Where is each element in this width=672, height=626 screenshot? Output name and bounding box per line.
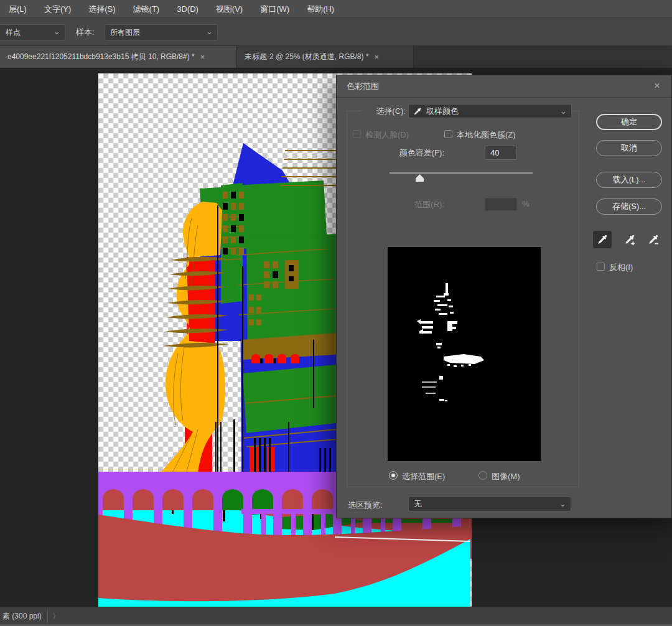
selection-preview-value: 无 [414, 499, 422, 508]
selection-preview-dropdown[interactable]: 无 ⌄ [408, 497, 571, 512]
preview-selection-label: 选择范围(E) [402, 471, 445, 482]
color-range-dialog: 色彩范围 × 选择(C): 取样颜色 ⌄ 检测人脸(D) 本地化颜色簇(Z) 颜… [336, 75, 672, 518]
load-button[interactable]: 载入(L)... [596, 172, 662, 188]
cancel-button[interactable]: 取消 [596, 140, 662, 156]
status-divider [47, 609, 48, 624]
photoshop-window: 层(L) 文字(Y) 选择(S) 滤镜(T) 3D(D) 视图(V) 窗口(W)… [0, 0, 672, 626]
chevron-down-icon: ⌄ [560, 105, 567, 118]
dialog-title-bar[interactable]: 色彩范围 × [337, 75, 671, 98]
eyedropper-plus-button[interactable] [620, 231, 639, 248]
range-unit: % [522, 199, 530, 208]
range-label: 范围(R): [374, 199, 444, 210]
preview-selection-radio[interactable] [389, 471, 398, 480]
chevron-down-icon: ⌄ [54, 25, 60, 39]
options-bar: 样点 ⌄ 样本: 所有图层 ⌄ [0, 18, 672, 46]
eyedropper-button[interactable] [593, 231, 612, 248]
eyedropper-minus-icon [648, 234, 659, 245]
eyedropper-plus-icon [624, 234, 635, 245]
fuzziness-slider-track[interactable] [390, 172, 533, 174]
tab-document-1[interactable]: e4009ee221f1205211bdcb913e3b15 拷贝 10, RG… [0, 46, 237, 68]
save-button[interactable]: 存储(S)... [596, 199, 662, 215]
preview-image-label: 图像(M) [492, 471, 520, 482]
invert-checkbox[interactable] [597, 263, 605, 271]
menu-view[interactable]: 视图(V) [207, 0, 251, 18]
sample-layers-value: 所有图层 [110, 28, 140, 37]
menu-type[interactable]: 文字(Y) [35, 0, 80, 18]
menu-layer[interactable]: 层(L) [0, 0, 35, 18]
sample-size-select[interactable]: 样点 ⌄ [0, 24, 65, 40]
localized-clusters-label: 本地化颜色簇(Z) [457, 129, 516, 141]
tab-document-2-active[interactable]: 未标题-2 @ 25% (材质通道, RGB/8) * × [237, 46, 414, 68]
menu-bar: 层(L) 文字(Y) 选择(S) 滤镜(T) 3D(D) 视图(V) 窗口(W)… [0, 0, 672, 18]
close-icon[interactable]: × [650, 79, 664, 93]
sample-label: 样本: [76, 24, 95, 40]
detect-faces-label: 检测人脸(D) [365, 129, 409, 141]
menu-3d[interactable]: 3D(D) [168, 0, 207, 18]
tab-label: e4009ee221f1205211bdcb913e3b15 拷贝 10, RG… [7, 46, 195, 68]
eyedropper-icon [597, 234, 608, 245]
eyedropper-minus-button[interactable] [644, 231, 663, 248]
status-zoom-info: 素 (300 ppi) [2, 611, 42, 622]
selection-preview-image[interactable] [388, 247, 541, 461]
preview-image-radio[interactable] [478, 471, 487, 480]
dialog-title: 色彩范围 [347, 81, 379, 92]
detect-faces-checkbox[interactable] [353, 130, 361, 138]
sample-layers-select[interactable]: 所有图层 ⌄ [105, 24, 218, 40]
chevron-down-icon: ⌄ [559, 497, 566, 511]
select-label: 选择(C): [362, 106, 406, 117]
status-chevron-icon[interactable]: 〉 [52, 611, 60, 622]
sample-size-value: 样点 [0, 28, 21, 37]
menu-window[interactable]: 窗口(W) [251, 0, 298, 18]
invert-label: 反相(I) [609, 262, 633, 273]
document-tab-bar: e4009ee221f1205211bdcb913e3b15 拷贝 10, RG… [0, 46, 672, 68]
select-dropdown[interactable]: 取样颜色 ⌄ [408, 104, 572, 118]
menu-filter[interactable]: 滤镜(T) [124, 0, 169, 18]
fuzziness-input[interactable]: 40 [485, 146, 517, 160]
chevron-down-icon: ⌄ [206, 25, 213, 39]
close-icon[interactable]: × [200, 46, 205, 68]
selection-preview-label: 选区预览: [348, 500, 383, 511]
ok-button[interactable]: 确定 [596, 114, 662, 130]
localized-clusters-checkbox[interactable] [444, 130, 452, 138]
close-icon[interactable]: × [375, 46, 380, 68]
menu-help[interactable]: 帮助(H) [298, 0, 343, 18]
menu-select[interactable]: 选择(S) [80, 0, 124, 18]
fuzziness-label: 颜色容差(F): [374, 147, 444, 159]
range-input [485, 198, 517, 211]
tab-label: 未标题-2 @ 25% (材质通道, RGB/8) * [245, 46, 369, 68]
eyedropper-icon [413, 107, 422, 116]
status-bar: 素 (300 ppi) 〉 [0, 607, 672, 626]
